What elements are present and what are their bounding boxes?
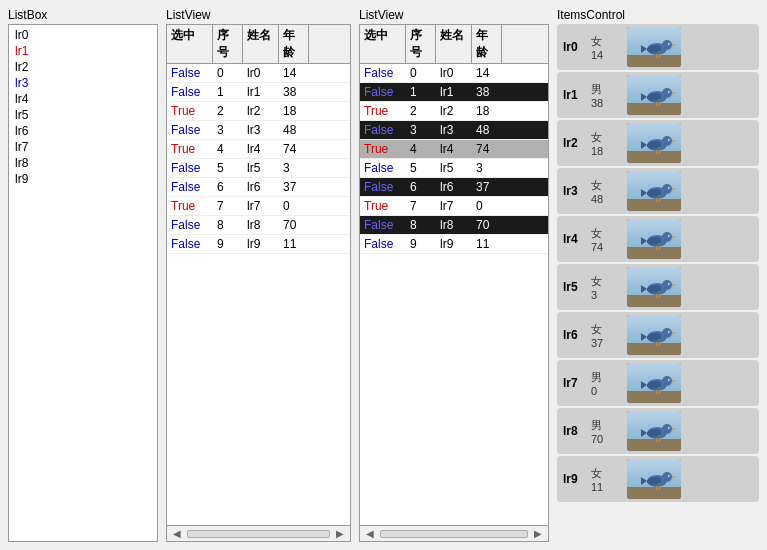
itemscontrol-body[interactable]: lr0女14 (557, 24, 759, 502)
lv-header-cell: 序号 (213, 25, 243, 63)
item-age: 48 (591, 193, 621, 205)
listview2-body[interactable]: False0lr014False1lr138True2lr218False3lr… (360, 64, 548, 525)
listview1-scrollbar[interactable]: ◀ ▶ (167, 525, 350, 541)
lv-cell-selected: False (167, 159, 213, 177)
listbox-item[interactable]: lr2 (11, 59, 155, 75)
svg-point-112 (662, 472, 672, 482)
listbox-item[interactable]: lr8 (11, 155, 155, 171)
item-id: lr1 (563, 88, 585, 102)
svg-rect-86 (627, 391, 681, 403)
item-id: lr3 (563, 184, 585, 198)
svg-point-103 (669, 428, 670, 429)
lv-cell-index: 6 (406, 178, 436, 196)
list-item[interactable]: lr0女14 (557, 24, 759, 70)
table-row[interactable]: True2lr218 (167, 102, 350, 121)
listview1-body[interactable]: False0lr014False1lr138True2lr218False3lr… (167, 64, 350, 525)
lv-cell-selected: True (360, 197, 406, 215)
scroll-left-arrow[interactable]: ◀ (169, 528, 185, 539)
lv-cell-age: 38 (472, 83, 502, 101)
item-id: lr6 (563, 328, 585, 342)
bird-image (627, 219, 681, 259)
svg-rect-62 (627, 295, 681, 307)
item-gender: 女 (591, 466, 621, 481)
listview2-scrollbar[interactable]: ◀ ▶ (360, 525, 548, 541)
svg-point-4 (662, 40, 672, 50)
table-row[interactable]: False0lr014 (167, 64, 350, 83)
lv-cell-selected: False (360, 121, 406, 139)
svg-rect-38 (627, 199, 681, 211)
listbox-item[interactable]: lr4 (11, 91, 155, 107)
list-item[interactable]: lr9女11 (557, 456, 759, 502)
listbox[interactable]: lr0lr1lr2lr3lr4lr5lr6lr7lr8lr9 (8, 24, 158, 542)
list-item[interactable]: lr1男38 (557, 72, 759, 118)
lv-cell-index: 7 (406, 197, 436, 215)
table-row[interactable]: False9lr911 (360, 235, 548, 254)
table-row[interactable]: False1lr138 (167, 83, 350, 102)
lv-cell-index: 1 (213, 83, 243, 101)
lv-header-cell: 年龄 (279, 25, 309, 63)
table-row[interactable]: False9lr911 (167, 235, 350, 254)
listbox-item[interactable]: lr0 (11, 27, 155, 43)
table-row[interactable]: False8lr870 (167, 216, 350, 235)
item-gender-age: 女11 (591, 466, 621, 493)
lv-cell-name: lr3 (436, 121, 472, 139)
lv-cell-age: 38 (279, 83, 309, 101)
listbox-item[interactable]: lr3 (11, 75, 155, 91)
list-item[interactable]: lr3女48 (557, 168, 759, 214)
item-gender: 男 (591, 418, 621, 433)
list-item[interactable]: lr5女3 (557, 264, 759, 310)
listbox-item[interactable]: lr9 (11, 171, 155, 187)
table-row[interactable]: False5lr53 (167, 159, 350, 178)
lv-cell-name: lr2 (436, 102, 472, 120)
list-item[interactable]: lr8男70 (557, 408, 759, 454)
list-item[interactable]: lr6女37 (557, 312, 759, 358)
lv-cell-selected: False (360, 235, 406, 253)
svg-rect-14 (627, 103, 681, 115)
scroll-right-arrow2[interactable]: ▶ (530, 528, 546, 539)
item-id: lr7 (563, 376, 585, 390)
item-gender-age: 女3 (591, 274, 621, 301)
bird-image (627, 123, 681, 163)
lv-cell-age: 74 (472, 140, 502, 158)
listbox-item[interactable]: lr1 (11, 43, 155, 59)
scroll-right-arrow[interactable]: ▶ (332, 528, 348, 539)
scroll-track2[interactable] (380, 530, 528, 538)
item-id: lr2 (563, 136, 585, 150)
listview1-label: ListView (166, 8, 351, 22)
svg-rect-26 (627, 151, 681, 163)
table-row[interactable]: False1lr138 (360, 83, 548, 102)
listbox-item[interactable]: lr6 (11, 123, 155, 139)
table-row[interactable]: False6lr637 (360, 178, 548, 197)
table-row[interactable]: True4lr474 (360, 140, 548, 159)
list-item[interactable]: lr4女74 (557, 216, 759, 262)
lv-cell-name: lr0 (436, 64, 472, 82)
list-item[interactable]: lr7男0 (557, 360, 759, 406)
svg-point-52 (662, 232, 672, 242)
table-row[interactable]: True2lr218 (360, 102, 548, 121)
listview2-header: 选中序号姓名年龄 (360, 25, 548, 64)
svg-point-100 (662, 424, 672, 434)
lv-cell-selected: True (167, 102, 213, 120)
table-row[interactable]: False3lr348 (360, 121, 548, 140)
listbox-item[interactable]: lr7 (11, 139, 155, 155)
listbox-item[interactable]: lr5 (11, 107, 155, 123)
scroll-left-arrow2[interactable]: ◀ (362, 528, 378, 539)
table-row[interactable]: False6lr637 (167, 178, 350, 197)
table-row[interactable]: False0lr014 (360, 64, 548, 83)
lv-cell-age: 11 (279, 235, 309, 253)
table-row[interactable]: False8lr870 (360, 216, 548, 235)
listview2[interactable]: 选中序号姓名年龄 False0lr014False1lr138True2lr21… (359, 24, 549, 542)
list-item[interactable]: lr2女18 (557, 120, 759, 166)
table-row[interactable]: False5lr53 (360, 159, 548, 178)
listview1[interactable]: 选中序号姓名年龄 False0lr014False1lr138True2lr21… (166, 24, 351, 542)
svg-point-16 (662, 88, 672, 98)
scroll-track[interactable] (187, 530, 330, 538)
table-row[interactable]: True7lr70 (360, 197, 548, 216)
lv-cell-age: 3 (279, 159, 309, 177)
table-row[interactable]: True4lr474 (167, 140, 350, 159)
item-gender-age: 女37 (591, 322, 621, 349)
table-row[interactable]: False3lr348 (167, 121, 350, 140)
item-gender: 女 (591, 274, 621, 289)
table-row[interactable]: True7lr70 (167, 197, 350, 216)
lv-cell-age: 18 (472, 102, 502, 120)
